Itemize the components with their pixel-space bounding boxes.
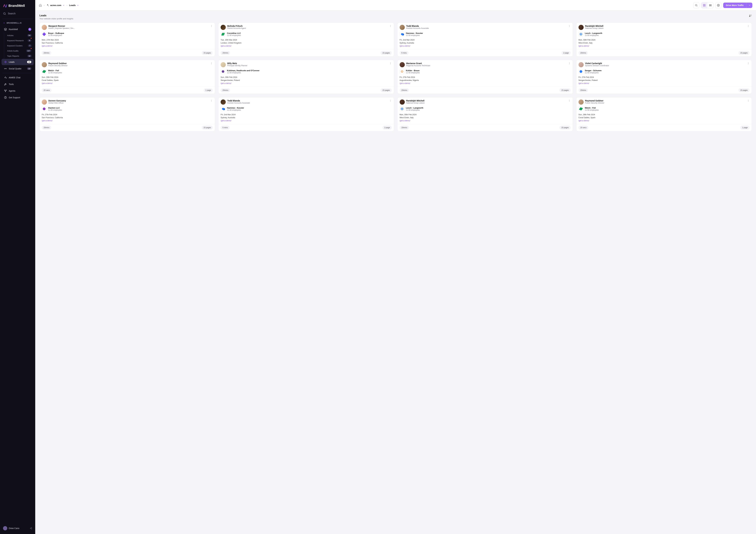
svg-point-41 [211,100,212,100]
company-name: Welch - Feil [585,107,749,109]
home-icon[interactable] [39,4,42,7]
more-icon[interactable] [389,25,392,27]
network-icon [4,89,7,93]
lead-card[interactable]: Raymond Goldner Future Security Director… [40,60,215,94]
lead-role: National Group Liaison [585,27,745,29]
list-view-button[interactable] [707,2,714,8]
nav-aimee-chat[interactable]: AIMEE Chat [2,74,34,81]
lead-path: /get-a-demo/ [579,44,749,47]
lead-date: Sun, 29th Feb 2024 [579,113,749,116]
lead-card[interactable]: Margaret Renner Author | Keynote Speaker… [40,22,215,57]
section-header[interactable]: BRANDWELL.AI [0,20,35,26]
company-size: 11-50 employees [585,72,749,74]
more-icon[interactable] [747,99,749,102]
pages-chip: 15 pages [559,126,571,130]
more-icon[interactable] [210,99,213,102]
lead-name: Violet Cartwright [585,62,745,65]
search-label: Search [8,12,15,15]
brand-logo[interactable]: BrandWell [0,0,35,11]
subnav-article-audits[interactable]: Article Audits 117 [4,48,34,53]
lead-card[interactable]: Todd Blanda Investor Accounts Associate … [397,22,573,57]
pages-chip: 15 pages [381,88,392,92]
lead-card[interactable]: Doreen Gorczany Global Web Officer Stant… [40,97,215,131]
more-icon[interactable] [568,99,571,102]
lead-card[interactable]: Randolph Mitchell National Group Liaison… [576,22,752,57]
lead-card[interactable]: Billy Metz Principal Identity Planner Ku… [218,60,394,94]
search-icon [3,12,6,15]
svg-rect-12 [703,6,704,6]
lead-path: /get-a-demo/ [42,44,213,47]
company-name: Kuhlman, Heathcote and O'Conner [227,69,392,72]
breadcrumb-leaf[interactable]: Leads [69,4,79,7]
lead-card[interactable]: Marianne Grant Regional Accounts Technic… [397,60,573,94]
view-toggle [701,2,714,8]
subnav-keyword-clusters[interactable]: Keyword Clusters 7 [4,43,34,48]
more-icon[interactable] [568,62,571,65]
company-name: Lesch - Langworth [585,32,749,34]
lead-role: Investor Accounts Associate [227,102,388,104]
lead-role: District Accounts Agent [227,27,388,29]
more-icon[interactable] [568,25,571,27]
search-button[interactable] [693,2,699,8]
lead-location: Coral Gables, Spain [579,116,749,119]
svg-point-16 [718,5,719,6]
lead-card[interactable]: Randolph Mitchell National Group Liaison… [397,97,573,131]
svg-point-46 [390,101,391,101]
svg-rect-13 [704,6,705,6]
lead-path: /get-a-demo/ [400,119,571,122]
search-trigger[interactable]: Search [0,11,35,17]
nav-rankwell[interactable]: RankWell + [2,26,34,33]
svg-point-33 [390,63,391,64]
list-icon [709,4,712,7]
logout-icon[interactable] [30,527,32,530]
sort-icon[interactable] [749,14,752,17]
sparkle-icon [46,4,49,7]
layers-icon [4,28,7,31]
nav-support[interactable]: Get Support [2,94,34,101]
chevron-down-icon [63,4,65,6]
svg-point-35 [569,63,570,63]
subnav-topic-reports[interactable]: Topic Reports 12 [4,53,34,59]
lead-card[interactable]: Violet Cartwright Dynamic Division Coord… [576,60,752,94]
more-icon[interactable] [389,62,392,65]
subnav-articles[interactable]: Articles 54 [4,33,34,38]
more-icon[interactable] [747,62,749,65]
svg-rect-11 [704,4,705,5]
lead-name: Margaret Renner [48,25,209,27]
company-logo [400,69,404,74]
lead-location: Sydney, Australia [400,41,571,44]
lead-card[interactable]: Todd Blanda Investor Accounts Associate … [218,97,394,131]
grid-view-button[interactable] [701,2,707,8]
subnav-keyword-research[interactable]: Keyword Research 4 [4,38,34,43]
company-name: Lesch - Langworth [406,107,571,109]
chevron-down-icon [748,4,750,6]
company-size: 11-50 employees [48,109,213,111]
nav-leads[interactable]: Leads 10 [2,59,34,65]
more-icon[interactable] [210,62,213,65]
more-icon[interactable] [210,25,213,27]
cta-drive-traffic[interactable]: Drive More Traffic [723,3,752,8]
lead-date: Mon, 27th Mar 2024 [42,39,213,41]
svg-point-44 [390,100,391,100]
nav-tools[interactable]: Tools [2,81,34,87]
plus-badge-icon[interactable]: + [28,28,31,31]
lead-location: San Francisco, California [42,41,213,44]
lead-card[interactable]: Belinda Fritsch District Accounts Agent … [218,22,394,57]
lead-card[interactable]: Raymond Goldner Future Security Director… [576,97,752,131]
breadcrumb-site[interactable]: acme.com [46,4,65,7]
user-menu[interactable]: Drew Cano [2,525,33,532]
settings-button[interactable] [715,2,721,8]
nav-agents[interactable]: Agents [2,88,34,94]
more-icon[interactable] [747,25,749,27]
svg-point-29 [211,63,212,63]
company-logo [221,32,226,37]
lead-name: Marianne Grant [406,62,567,65]
cta-dropdown[interactable] [746,3,752,8]
more-icon[interactable] [389,99,392,102]
nav-social-quake[interactable]: Social Quake 10 [2,66,34,72]
lead-date: Fri, 2nd Mar 2024 [221,113,392,116]
user-avatar [3,526,7,530]
lead-path: /get-a-demo/ [221,44,392,47]
company-name: Kohler - Braun [406,69,571,72]
page-title: Leads [40,14,73,17]
